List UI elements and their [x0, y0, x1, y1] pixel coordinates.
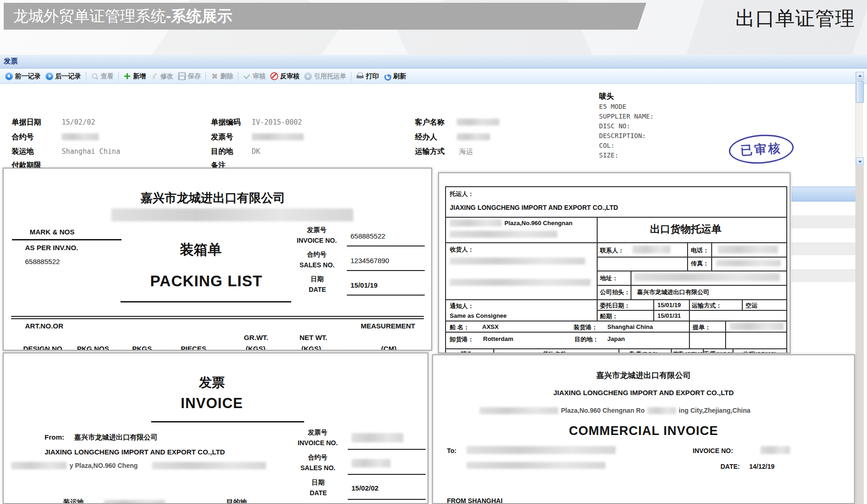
- delete-button[interactable]: 删除: [208, 71, 236, 82]
- vertical-scrollbar[interactable]: [855, 72, 863, 504]
- printer-icon: [356, 72, 364, 80]
- grid-header-strip: [791, 187, 855, 202]
- ci-invoice-no-label: INVOICE NO:: [693, 447, 733, 454]
- unaudit-button[interactable]: 反审核: [268, 71, 302, 82]
- line: [687, 242, 688, 271]
- unaudit-label: 反审核: [280, 72, 300, 81]
- so-col-grwt: 毛重(KGS): [704, 350, 733, 353]
- so-discharge-port-label: 卸货港：: [450, 335, 474, 344]
- pl-sales-no-label-en: SALES NO.: [300, 261, 334, 269]
- add-label: 新增: [133, 72, 146, 81]
- line: [597, 217, 598, 321]
- redacted-address: [450, 231, 557, 238]
- add-button[interactable]: 新增: [121, 71, 148, 82]
- tab-bar: 发票: [0, 55, 867, 69]
- contract-no-label: 合约号: [12, 132, 34, 142]
- redacted-shipment-place: [104, 500, 165, 504]
- handler-label: 经办人: [415, 132, 437, 142]
- transport-mode-value: 海运: [459, 147, 473, 156]
- view-button[interactable]: 查看: [89, 71, 116, 82]
- mark-label: 唛头: [599, 92, 614, 101]
- redacted-consignee: [466, 446, 616, 454]
- line: [347, 270, 425, 271]
- pl-sales-no-label-cn: 合约号: [307, 251, 326, 259]
- pl-sales-no-value: 1234567890: [351, 257, 389, 265]
- check-icon: [243, 72, 251, 80]
- so-consignee-label: 收货人：: [450, 246, 474, 254]
- next-arrow-icon: [45, 72, 53, 80]
- scrollbar-thumb[interactable]: [856, 81, 864, 103]
- line: [446, 217, 786, 218]
- so-col-goods: 货物名称: [542, 350, 567, 353]
- line: [348, 449, 426, 450]
- transport-mode-label: 运输方式: [415, 147, 445, 157]
- edit-button[interactable]: 修改: [148, 71, 176, 82]
- audit-label: 审核: [253, 72, 266, 81]
- commercial-invoice-panel: 嘉兴市龙城进出口有限公司 JIAXING LONGCHENG IMPORT AN…: [432, 354, 855, 504]
- redacted-consignee: [450, 279, 591, 286]
- scrollbar-lower-track: [856, 166, 864, 504]
- scroll-down-button[interactable]: [856, 158, 864, 165]
- pl-date-label-cn: 日期: [311, 275, 324, 284]
- ci-title: COMMERCIAL INVOICE: [433, 424, 854, 438]
- mark-line: SIZE:: [599, 151, 618, 159]
- ci-address-fragment-2: ing City,Zhejiang,China: [679, 407, 751, 414]
- scroll-up-button[interactable]: [856, 72, 864, 80]
- prev-record-button[interactable]: 前一记录: [3, 71, 43, 82]
- doc-date-label: 单据日期: [12, 118, 41, 127]
- toolbar-separator: [205, 72, 206, 81]
- prev-record-label: 前一记录: [15, 72, 41, 81]
- packing-list-title-en: PACKING LIST: [4, 272, 409, 290]
- save-button[interactable]: 保存: [176, 71, 203, 82]
- magnifier-icon: [91, 72, 99, 80]
- so-bl-label: 提单：: [693, 323, 711, 332]
- line: [725, 321, 726, 348]
- line: [671, 348, 672, 353]
- save-label: 保存: [188, 72, 201, 81]
- invoice-title-en: INVOICE: [4, 395, 420, 412]
- so-notify-label: 通知人：: [450, 302, 474, 310]
- pl-col-pkgs: PKGS: [132, 345, 152, 351]
- audit-button[interactable]: 审核: [241, 71, 268, 82]
- next-record-button[interactable]: 后一记录: [43, 71, 83, 82]
- invoice-no-redacted-value: [252, 133, 304, 140]
- mark-line: DISC NO:: [599, 122, 630, 130]
- mark-line: E5 MODE: [599, 103, 626, 110]
- invoice-address-fragment: y Plaza,NO.960 Cheng: [70, 462, 138, 469]
- toolbar-separator: [118, 72, 119, 81]
- line: [711, 242, 712, 271]
- print-button[interactable]: 打印: [354, 71, 381, 82]
- ci-company-en: JIAXING LONGCHENG IMPORT AND EXPORT CO.,…: [433, 389, 854, 397]
- shipment-place-label: 装运地: [12, 147, 34, 157]
- system-title: 龙城外贸单证管理系统: [13, 6, 166, 27]
- pl-col-netwt-1: NET WT.: [300, 334, 327, 341]
- so-notify-value: Same as Consignee: [450, 312, 507, 319]
- line: [597, 310, 786, 311]
- line: [446, 242, 786, 243]
- prev-arrow-icon: [5, 72, 13, 80]
- line: [631, 271, 631, 299]
- so-contact-label: 联系人：: [600, 246, 624, 255]
- toolbar-separator: [86, 72, 86, 81]
- doc-code-label: 单据编码: [211, 118, 241, 127]
- quote-shipping-order-button[interactable]: 引用托运单: [302, 71, 349, 82]
- tab-invoice[interactable]: 发票: [4, 57, 18, 66]
- pl-invoice-no-label-en: INVOICE NO.: [297, 237, 337, 244]
- refresh-button[interactable]: 刷新: [381, 71, 408, 82]
- so-sail-date-value: 15/01/31: [657, 312, 681, 319]
- line: [446, 348, 786, 349]
- grid-row-strip: [791, 242, 855, 255]
- grid-row-strip: [791, 215, 855, 228]
- so-transport-value: 空运: [746, 302, 758, 310]
- pl-col-grwt-2: (KGS): [246, 345, 266, 351]
- so-phone-label: 电话：: [691, 246, 709, 255]
- so-shipper-label: 托运人：: [450, 190, 474, 198]
- so-company-title-label: 公司抬头：: [600, 288, 630, 296]
- pl-invoice-no-value: 658885522: [351, 232, 385, 240]
- inv-date-value: 15/02/02: [351, 484, 378, 492]
- invoice-no-label: 发票号: [211, 132, 233, 142]
- line: [597, 257, 786, 258]
- pl-date-value: 15/01/19: [351, 281, 377, 289]
- next-record-label: 后一记录: [55, 72, 81, 81]
- so-address-label: 地址：: [600, 274, 618, 283]
